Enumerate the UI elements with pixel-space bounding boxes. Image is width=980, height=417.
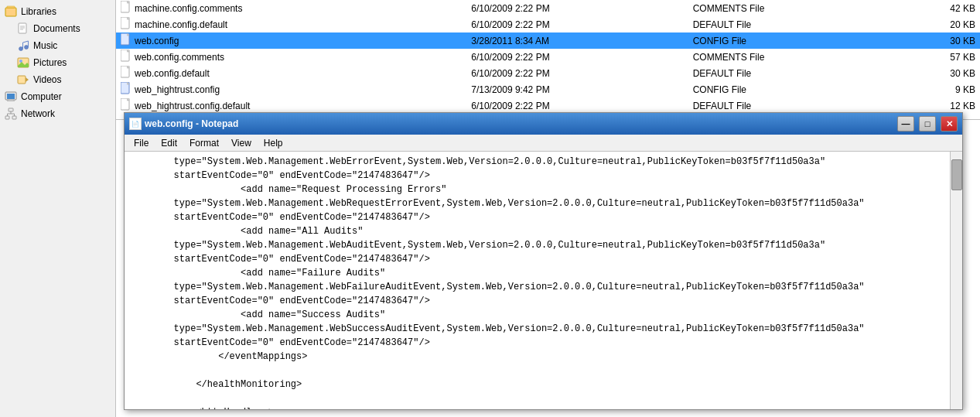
file-size: 12 KB <box>893 97 980 114</box>
text-line: startEventCode="0" endEventCode="2147483… <box>129 169 945 183</box>
pictures-icon <box>17 56 29 69</box>
file-icon <box>121 66 131 80</box>
maximize-button[interactable]: □ <box>919 116 936 132</box>
menu-help[interactable]: Help <box>258 136 289 150</box>
menu-format[interactable]: Format <box>183 136 225 150</box>
sidebar-item-network[interactable]: Network <box>0 105 115 122</box>
scrollbar-thumb[interactable] <box>951 159 962 190</box>
file-type: CONFIG File <box>688 81 893 97</box>
file-icon <box>121 82 131 97</box>
file-date: 6/10/2009 2:22 PM <box>466 16 688 32</box>
notepad-window: 📄 web.config - Notepad — □ ✕ File Edit F… <box>124 112 963 410</box>
file-row[interactable]: machine.config.comments6/10/2009 2:22 PM… <box>116 0 980 16</box>
file-date: 6/10/2009 2:22 PM <box>466 49 688 65</box>
notepad-text-area[interactable]: type="System.Web.Management.WebErrorEven… <box>125 152 950 409</box>
sidebar-label-videos: Videos <box>33 74 61 85</box>
file-date: 6/10/2009 2:22 PM <box>466 0 688 16</box>
file-row[interactable]: web_hightrust.config7/13/2009 9:42 PMCON… <box>116 81 980 97</box>
sidebar-label-computer: Computer <box>21 91 62 102</box>
file-name: machine.config.default <box>135 19 227 30</box>
text-line: type="System.Web.Management.WebFailureAu… <box>129 280 945 294</box>
svg-point-6 <box>19 47 23 51</box>
sidebar-item-computer[interactable]: Computer <box>0 88 115 105</box>
file-table: machine.config.comments6/10/2009 2:22 PM… <box>116 0 980 114</box>
notepad-scrollbar[interactable] <box>950 152 962 409</box>
notepad-content: type="System.Web.Management.WebErrorEven… <box>125 152 962 409</box>
sidebar-label-documents: Documents <box>33 23 80 34</box>
menu-file[interactable]: File <box>128 136 155 150</box>
svg-marker-14 <box>26 77 29 82</box>
file-size: 9 KB <box>893 81 980 97</box>
svg-rect-1 <box>7 6 15 8</box>
sidebar-item-libraries[interactable]: Libraries <box>0 3 115 20</box>
file-type: DEFAULT File <box>688 16 893 32</box>
notepad-titlebar: 📄 web.config - Notepad — □ ✕ <box>125 113 962 135</box>
main-area: machine.config.comments6/10/2009 2:22 PM… <box>116 0 980 417</box>
file-type: DEFAULT File <box>688 97 893 114</box>
file-row[interactable]: machine.config.default6/10/2009 2:22 PMD… <box>116 16 980 32</box>
file-icon <box>121 98 131 113</box>
notepad-menubar: File Edit Format View Help <box>125 135 962 152</box>
file-size: 57 KB <box>893 49 980 65</box>
file-date: 3/28/2011 8:34 AM <box>466 32 688 49</box>
file-name: web.config.default <box>135 68 210 79</box>
file-type: CONFIG File <box>688 32 893 49</box>
sidebar-item-videos[interactable]: Videos <box>0 71 115 88</box>
sidebar-item-music[interactable]: Music <box>0 37 115 54</box>
file-name: machine.config.comments <box>135 3 242 14</box>
file-size: 42 KB <box>893 0 980 16</box>
computer-icon <box>5 91 17 103</box>
menu-edit[interactable]: Edit <box>155 136 183 150</box>
file-type: COMMENTS File <box>688 49 893 65</box>
svg-rect-13 <box>18 76 26 84</box>
minimize-button[interactable]: — <box>897 116 914 132</box>
file-icon <box>121 1 131 15</box>
library-icon <box>5 5 17 18</box>
file-list: machine.config.comments6/10/2009 2:22 PM… <box>116 0 980 120</box>
videos-icon <box>17 73 29 86</box>
text-line: <add name="Failure Audits" <box>129 266 945 280</box>
text-line: <httpHandlers> <box>129 405 945 409</box>
file-name: web_hightrust.config.default <box>135 101 250 111</box>
file-type: DEFAULT File <box>688 65 893 81</box>
file-date: 6/10/2009 2:22 PM <box>466 65 688 81</box>
notepad-title: web.config - Notepad <box>145 118 893 129</box>
text-line: startEventCode="0" endEventCode="2147483… <box>129 252 945 266</box>
text-line: <add name="Request Processing Errors" <box>129 183 945 197</box>
svg-rect-21 <box>12 116 16 119</box>
file-row[interactable]: web.config.default6/10/2009 2:22 PMDEFAU… <box>116 65 980 81</box>
file-name: web_hightrust.config <box>135 84 220 95</box>
close-button[interactable]: ✕ <box>941 116 958 132</box>
music-icon <box>17 39 29 52</box>
sidebar: Libraries Documents Music Pictures Video… <box>0 0 116 417</box>
svg-point-7 <box>25 46 29 50</box>
svg-rect-2 <box>19 23 26 33</box>
text-line: </healthMonitoring> <box>129 378 945 391</box>
text-line: type="System.Web.Management.WebRequestEr… <box>129 197 945 210</box>
file-name: web.config.comments <box>135 52 224 63</box>
sidebar-item-documents[interactable]: Documents <box>0 20 115 37</box>
text-line <box>129 364 945 378</box>
sidebar-label-network: Network <box>21 108 55 119</box>
text-line: type="System.Web.Management.WebSuccessAu… <box>129 322 945 336</box>
text-line: type="System.Web.Management.WebAuditEven… <box>129 238 945 252</box>
text-line: <add name="Success Audits" <box>129 308 945 322</box>
text-line: startEventCode="0" endEventCode="2147483… <box>129 294 945 308</box>
file-row[interactable]: web.config.comments6/10/2009 2:22 PMCOMM… <box>116 49 980 65</box>
file-icon <box>121 17 131 32</box>
menu-view[interactable]: View <box>225 136 258 150</box>
sidebar-label-music: Music <box>33 40 57 51</box>
text-line: startEventCode="0" endEventCode="2147483… <box>129 336 945 350</box>
svg-rect-0 <box>5 8 16 16</box>
file-icon <box>121 50 131 64</box>
text-line: <add name="All Audits" <box>129 224 945 238</box>
file-row[interactable]: web.config3/28/2011 8:34 AMCONFIG File30… <box>116 32 980 49</box>
file-row[interactable]: web_hightrust.config.default6/10/2009 2:… <box>116 97 980 114</box>
file-date: 7/13/2009 9:42 PM <box>466 81 688 97</box>
file-size: 30 KB <box>893 65 980 81</box>
sidebar-label-libraries: Libraries <box>21 6 56 17</box>
text-line: type="System.Web.Management.WebErrorEven… <box>129 155 945 169</box>
svg-rect-19 <box>9 108 13 111</box>
sidebar-item-pictures[interactable]: Pictures <box>0 54 115 71</box>
svg-rect-16 <box>7 94 15 99</box>
